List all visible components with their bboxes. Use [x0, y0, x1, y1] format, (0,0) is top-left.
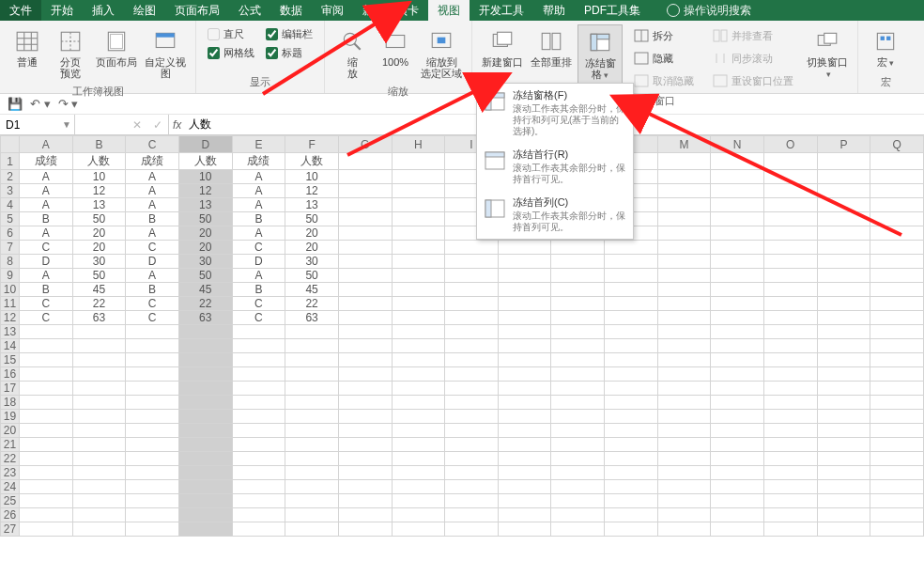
view-pagebreak-button[interactable]: 分页 预览 — [51, 24, 90, 83]
cell[interactable] — [72, 508, 126, 522]
cell[interactable] — [605, 367, 658, 382]
chk-gridlines[interactable]: 网格线 — [208, 45, 254, 60]
cell[interactable] — [445, 494, 499, 508]
cell[interactable] — [19, 424, 72, 438]
cell[interactable] — [392, 424, 445, 438]
cell[interactable] — [763, 367, 817, 382]
cell[interactable] — [605, 452, 658, 466]
cell[interactable] — [392, 410, 445, 424]
col-header-N[interactable]: N — [711, 136, 764, 153]
chk-formula-bar-box[interactable] — [266, 28, 278, 40]
cell[interactable] — [392, 396, 445, 410]
cell[interactable] — [338, 311, 392, 325]
sidebyside-button[interactable]: 并排查看 — [709, 26, 797, 45]
cell[interactable]: C — [232, 297, 285, 311]
cell[interactable]: 63 — [178, 311, 232, 325]
cell[interactable] — [498, 311, 551, 325]
cell[interactable] — [126, 353, 179, 367]
cell[interactable] — [817, 480, 870, 494]
tab-formulas[interactable]: 公式 — [229, 0, 270, 21]
cell[interactable]: 30 — [178, 255, 232, 269]
cell[interactable]: A — [19, 170, 72, 184]
col-header-D[interactable]: D — [178, 136, 232, 153]
cell[interactable] — [711, 438, 764, 452]
cell[interactable] — [392, 494, 445, 508]
row-header[interactable]: 10 — [1, 283, 20, 297]
cell[interactable] — [657, 311, 711, 325]
cell[interactable] — [126, 382, 179, 396]
cell[interactable]: 人数 — [72, 153, 126, 170]
cell[interactable] — [392, 339, 445, 353]
freeze-panes-menuitem[interactable]: 冻结窗格(F)滚动工作表其余部分时，保持行和列可见(基于当前的选择)。 — [477, 84, 633, 143]
cell[interactable] — [392, 297, 445, 311]
row-header[interactable]: 21 — [1, 438, 20, 452]
cell[interactable] — [763, 452, 817, 466]
freeze-panes-button[interactable]: 冻结窗格 — [578, 24, 623, 86]
cell[interactable] — [605, 269, 658, 283]
cell[interactable] — [870, 466, 924, 480]
cell[interactable]: 12 — [72, 184, 126, 198]
cell[interactable] — [763, 508, 817, 522]
cell[interactable] — [232, 382, 285, 396]
cell[interactable] — [657, 212, 711, 226]
cell[interactable] — [605, 424, 658, 438]
cell[interactable] — [19, 325, 72, 339]
cell[interactable] — [763, 466, 817, 480]
cell[interactable] — [126, 410, 179, 424]
cell[interactable] — [817, 283, 870, 297]
cell[interactable] — [338, 283, 392, 297]
col-header-H[interactable]: H — [392, 136, 445, 153]
cell[interactable] — [178, 452, 232, 466]
cell[interactable] — [232, 522, 285, 537]
cell[interactable] — [711, 153, 764, 170]
cell[interactable] — [445, 269, 499, 283]
cell[interactable] — [817, 522, 870, 537]
cell[interactable] — [72, 424, 126, 438]
col-header-E[interactable]: E — [232, 136, 285, 153]
cell[interactable] — [657, 466, 711, 480]
row-header[interactable]: 23 — [1, 466, 20, 480]
cell[interactable] — [551, 410, 605, 424]
name-box-chevron-icon[interactable]: ▼ — [62, 119, 71, 130]
cell[interactable] — [445, 438, 499, 452]
cell[interactable] — [763, 480, 817, 494]
cell[interactable] — [126, 452, 179, 466]
cell[interactable]: 63 — [285, 311, 339, 325]
row-header[interactable]: 18 — [1, 396, 20, 410]
cell[interactable] — [178, 522, 232, 537]
cell[interactable] — [605, 311, 658, 325]
row-header[interactable]: 24 — [1, 480, 20, 494]
cell[interactable] — [817, 297, 870, 311]
cell[interactable] — [392, 522, 445, 537]
cell[interactable] — [763, 353, 817, 367]
tell-me-search[interactable]: 操作说明搜索 — [657, 0, 761, 21]
cell[interactable] — [657, 241, 711, 255]
cell[interactable] — [870, 311, 924, 325]
cell[interactable]: A — [232, 198, 285, 212]
cell[interactable] — [870, 410, 924, 424]
cell[interactable]: 成绩 — [19, 153, 72, 170]
chk-headings-box[interactable] — [266, 47, 278, 59]
cell[interactable] — [126, 325, 179, 339]
cell[interactable]: A — [19, 184, 72, 198]
cell[interactable] — [232, 396, 285, 410]
cell[interactable] — [19, 508, 72, 522]
cell[interactable] — [445, 325, 499, 339]
tab-home[interactable]: 开始 — [41, 0, 83, 21]
cell[interactable] — [232, 339, 285, 353]
cell[interactable] — [72, 410, 126, 424]
row-header[interactable]: 7 — [1, 241, 20, 255]
cell[interactable] — [711, 311, 764, 325]
cell[interactable] — [338, 480, 392, 494]
cell[interactable] — [232, 438, 285, 452]
cell[interactable] — [870, 508, 924, 522]
cell[interactable] — [445, 410, 499, 424]
row-header[interactable]: 5 — [1, 212, 20, 226]
cell[interactable] — [498, 297, 551, 311]
cell[interactable]: A — [126, 226, 179, 241]
cell[interactable] — [498, 283, 551, 297]
cell[interactable] — [551, 255, 605, 269]
cell[interactable] — [817, 438, 870, 452]
cell[interactable] — [870, 153, 924, 170]
cell[interactable]: 12 — [285, 184, 339, 198]
